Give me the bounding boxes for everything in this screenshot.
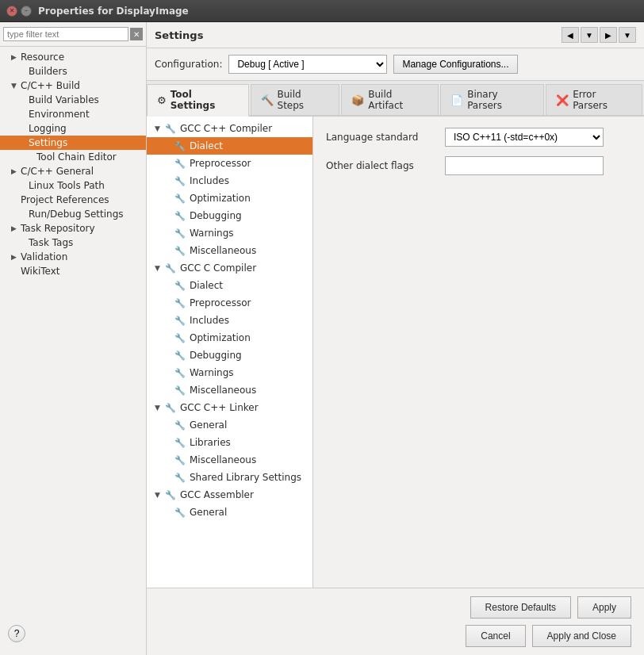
- apply-button[interactable]: Apply: [577, 596, 631, 619]
- tool-miscellaneous[interactable]: 🔧 Miscellaneous: [147, 242, 312, 259]
- tool-label: Miscellaneous: [190, 454, 256, 465]
- sidebar-tree: ▶ Resource Builders ▼ C/C++ Build Build …: [0, 47, 146, 655]
- tool-dialect[interactable]: 🔧 Dialect: [147, 137, 312, 155]
- tab-label: Binary Parsers: [467, 89, 534, 111]
- tool-warnings[interactable]: 🔧 Warnings: [147, 224, 312, 242]
- sidebar-item-resource[interactable]: ▶ Resource: [0, 50, 146, 64]
- window-controls[interactable]: ✕ –: [6, 6, 32, 17]
- tool-debugging[interactable]: 🔧 Debugging: [147, 207, 312, 224]
- tool-tree: ▼ 🔧 GCC C++ Compiler 🔧 Dialect 🔧 Preproc…: [147, 117, 313, 588]
- other-dialect-input[interactable]: [445, 156, 604, 175]
- binary-parsers-icon: 📄: [450, 94, 463, 106]
- sidebar-item-project-references[interactable]: Project References: [0, 193, 146, 207]
- sidebar-item-task-tags[interactable]: Task Tags: [0, 236, 146, 250]
- sidebar-item-cpp-general[interactable]: ▶ C/C++ General: [0, 164, 146, 178]
- tool-gcc-c-compiler[interactable]: ▼ 🔧 GCC C Compiler: [147, 259, 312, 277]
- filter-input[interactable]: [3, 27, 128, 41]
- tool-label: Debugging: [190, 350, 242, 361]
- assembler-icon: 🔧: [164, 488, 177, 501]
- content-area: Settings ◀ ▼ ▶ ▼ Configuration: Debug [ …: [147, 22, 644, 655]
- apply-and-close-button[interactable]: Apply and Close: [532, 625, 631, 647]
- sidebar-item-label: Task Repository: [21, 223, 95, 234]
- tool-includes2[interactable]: 🔧 Includes: [147, 312, 312, 329]
- cancel-button[interactable]: Cancel: [466, 625, 525, 647]
- arrow-icon: ▼: [155, 264, 164, 272]
- filter-clear-button[interactable]: ✕: [130, 28, 143, 40]
- dialect-settings-panel: Language standard ISO C++11 (-std=c++0x)…: [313, 117, 644, 588]
- nav-back2-button[interactable]: ▼: [581, 27, 598, 43]
- language-standard-dropdown[interactable]: ISO C++11 (-std=c++0x) ISO C++14 (-std=c…: [445, 128, 604, 147]
- tabs-bar: ⚙ Tool Settings 🔨 Build Steps 📦 Build Ar…: [147, 81, 644, 117]
- arrow-icon: ▼: [155, 404, 164, 412]
- tool-preprocessor2[interactable]: 🔧 Preprocessor: [147, 294, 312, 312]
- nav-forward-button[interactable]: ▶: [600, 27, 617, 43]
- tool-shared-library[interactable]: 🔧 Shared Library Settings: [147, 469, 312, 486]
- tab-label: Build Artifact: [368, 89, 428, 111]
- tool-label: GCC C++ Compiler: [180, 123, 272, 134]
- tool-preprocessor[interactable]: 🔧 Preprocessor: [147, 155, 312, 172]
- tool-gcc-cpp-linker[interactable]: ▼ 🔧 GCC C++ Linker: [147, 399, 312, 416]
- warnings2-icon: 🔧: [174, 366, 186, 379]
- tool-dialect2[interactable]: 🔧 Dialect: [147, 277, 312, 294]
- sidebar-item-logging[interactable]: Logging: [0, 121, 146, 136]
- nav-forward2-button[interactable]: ▼: [619, 27, 636, 43]
- bottom-bar: Restore Defaults Apply Cancel Apply and …: [147, 588, 644, 655]
- includes2-icon: 🔧: [174, 314, 186, 327]
- sidebar-item-linux-tools[interactable]: Linux Tools Path: [0, 178, 146, 193]
- tab-build-artifact[interactable]: 📦 Build Artifact: [341, 84, 439, 115]
- help-button[interactable]: ?: [8, 625, 25, 642]
- sidebar-item-validation[interactable]: ▶ Validation: [0, 250, 146, 264]
- tool-debugging2[interactable]: 🔧 Debugging: [147, 347, 312, 364]
- warnings-icon: 🔧: [174, 227, 186, 239]
- window-title: Properties for DisplayImage: [38, 6, 189, 17]
- sidebar-item-builders[interactable]: Builders: [0, 64, 146, 79]
- sidebar-item-tool-chain-editor[interactable]: Tool Chain Editor: [0, 150, 146, 164]
- includes-icon: 🔧: [174, 174, 186, 187]
- manage-configurations-button[interactable]: Manage Configurations...: [393, 55, 517, 74]
- preprocessor-icon: 🔧: [174, 157, 186, 170]
- tab-error-parsers[interactable]: ❌ Error Parsers: [546, 84, 642, 115]
- sidebar-item-label: C/C++ Build: [21, 80, 80, 91]
- tool-label: General: [190, 507, 227, 518]
- nav-back-button[interactable]: ◀: [562, 27, 579, 43]
- arrow-icon: ▶: [11, 253, 19, 261]
- compiler-icon: 🔧: [164, 122, 177, 135]
- sidebar-item-label: Build Variables: [29, 94, 99, 105]
- sidebar-item-environment[interactable]: Environment: [0, 107, 146, 121]
- sidebar-item-build-variables[interactable]: Build Variables: [0, 93, 146, 107]
- sidebar-item-settings[interactable]: Settings: [0, 136, 146, 150]
- sidebar-item-label: Builders: [29, 66, 67, 77]
- tool-warnings2[interactable]: 🔧 Warnings: [147, 364, 312, 381]
- tool-miscellaneous2[interactable]: 🔧 Miscellaneous: [147, 381, 312, 399]
- sidebar-item-task-repository[interactable]: ▶ Task Repository: [0, 221, 146, 236]
- content-header: Settings ◀ ▼ ▶ ▼: [147, 22, 644, 48]
- tab-tool-settings[interactable]: ⚙ Tool Settings: [147, 84, 249, 117]
- tool-gcc-assembler[interactable]: ▼ 🔧 GCC Assembler: [147, 486, 312, 504]
- tool-label: Shared Library Settings: [190, 472, 301, 483]
- tool-gcc-cpp-compiler[interactable]: ▼ 🔧 GCC C++ Compiler: [147, 120, 312, 137]
- sidebar-item-run-debug[interactable]: Run/Debug Settings: [0, 207, 146, 221]
- config-dropdown[interactable]: Debug [ Active ]: [228, 55, 387, 74]
- sidebar-item-label: Logging: [29, 123, 67, 134]
- tool-optimization2[interactable]: 🔧 Optimization: [147, 329, 312, 347]
- tool-general2[interactable]: 🔧 General: [147, 504, 312, 521]
- tool-libraries[interactable]: 🔧 Libraries: [147, 434, 312, 451]
- tool-includes[interactable]: 🔧 Includes: [147, 172, 312, 190]
- close-btn[interactable]: ✕: [6, 6, 17, 17]
- tool-general[interactable]: 🔧 General: [147, 416, 312, 434]
- minimize-btn[interactable]: –: [21, 6, 32, 17]
- build-steps-icon: 🔨: [261, 94, 274, 106]
- tool-label: General: [190, 419, 227, 431]
- preprocessor2-icon: 🔧: [174, 297, 186, 309]
- misc2-icon: 🔧: [174, 384, 186, 396]
- sidebar-item-wikitext[interactable]: WikiText: [0, 264, 146, 278]
- tool-optimization[interactable]: 🔧 Optimization: [147, 190, 312, 207]
- restore-defaults-button[interactable]: Restore Defaults: [470, 596, 571, 619]
- tab-binary-parsers[interactable]: 📄 Binary Parsers: [440, 84, 544, 115]
- tool-miscellaneous3[interactable]: 🔧 Miscellaneous: [147, 451, 312, 469]
- sidebar-item-label: Linux Tools Path: [29, 180, 105, 191]
- tool-label: Dialect: [190, 280, 223, 291]
- sidebar-item-cpp-build[interactable]: ▼ C/C++ Build: [0, 79, 146, 93]
- tab-build-steps[interactable]: 🔨 Build Steps: [251, 84, 340, 115]
- tool-label: Includes: [190, 315, 229, 326]
